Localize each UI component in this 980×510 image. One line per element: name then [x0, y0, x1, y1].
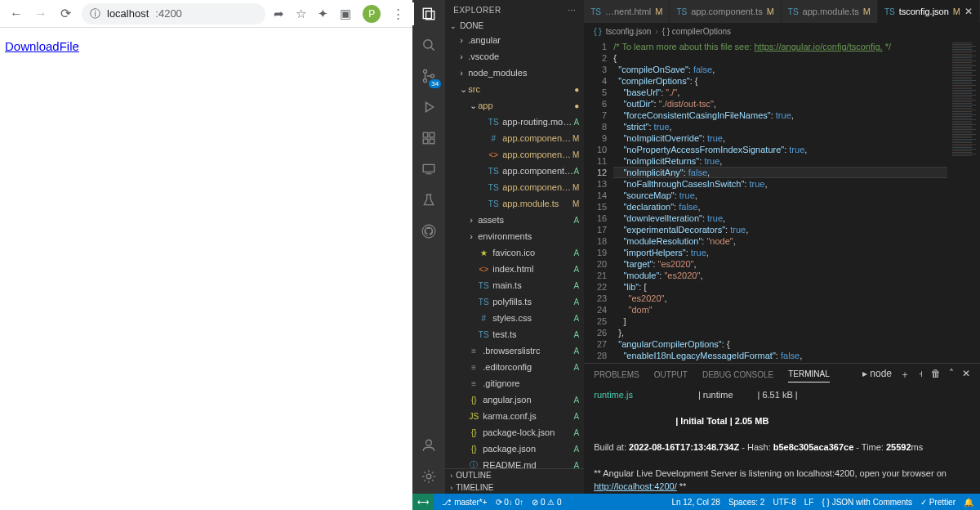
output-tab[interactable]: OUTPUT — [654, 367, 688, 382]
terminal-select-icon[interactable]: ▸ node — [862, 368, 892, 382]
file-item[interactable]: #app.component.cssM — [445, 130, 584, 146]
file-item[interactable]: ≡.editorconfigA — [445, 359, 584, 375]
remote-indicator[interactable]: ⟷ — [412, 494, 434, 510]
prettier-status[interactable]: ✓ Prettier — [920, 498, 956, 507]
search-icon[interactable] — [420, 36, 438, 54]
forward-button[interactable]: → — [33, 6, 49, 22]
file-item[interactable]: TSapp.component.tsM — [445, 179, 584, 195]
page-content: DownloadFile — [0, 28, 412, 65]
folder-item[interactable]: ›environments — [445, 228, 584, 244]
language-mode[interactable]: { } JSON with Comments — [822, 498, 912, 507]
editor-area: TS…nent.htmlMTSapp.component.tsMTSapp.mo… — [584, 0, 980, 494]
new-terminal-icon[interactable]: ＋ — [900, 368, 910, 382]
share-icon[interactable]: ➦ — [274, 7, 284, 21]
indentation[interactable]: Spaces: 2 — [728, 498, 764, 507]
debug-icon[interactable] — [420, 98, 438, 116]
editor-tab[interactable]: TSapp.component.tsM — [670, 0, 781, 23]
file-item[interactable]: <>index.htmlA — [445, 261, 584, 277]
file-item[interactable]: ★favicon.icoA — [445, 244, 584, 261]
file-item[interactable]: TSapp-routing.module.tsA — [445, 114, 584, 130]
problems-status[interactable]: ⊘ 0 ⚠ 0 — [532, 498, 561, 507]
settings-icon[interactable] — [420, 468, 438, 485]
encoding[interactable]: UTF-8 — [773, 498, 795, 507]
site-info-icon[interactable]: ⓘ — [90, 7, 100, 21]
address-bar[interactable]: ⓘ localhost:4200 — [82, 3, 265, 25]
panel-tabs: PROBLEMS OUTPUT DEBUG CONSOLE TERMINAL ▸… — [584, 364, 980, 385]
folder-item[interactable]: ›node_modules — [445, 65, 584, 81]
terminal-output[interactable]: runtime.js| runtime| 6.51 kB | | Initial… — [584, 385, 980, 494]
close-panel-icon[interactable]: ✕ — [962, 368, 970, 382]
file-item[interactable]: {}package.jsonA — [445, 441, 584, 457]
svg-marker-7 — [426, 102, 434, 111]
file-item[interactable]: {}angular.jsonA — [445, 391, 584, 408]
kill-terminal-icon[interactable]: 🗑 — [931, 368, 941, 382]
reload-button[interactable]: ⟳ — [57, 6, 74, 22]
svg-rect-8 — [423, 132, 428, 137]
file-item[interactable]: TSpolyfills.tsA — [445, 293, 584, 310]
github-icon[interactable] — [420, 222, 438, 240]
browser-toolbar: ← → ⟳ ⓘ localhost:4200 ➦ ☆ ✦ ▣ P ⋮ — [0, 0, 412, 28]
status-bar: ⟷ ⎇ master*+ ⟳ 0↓ 0↑ ⊘ 0 ⚠ 0 Ln 12, Col … — [412, 494, 980, 510]
explorer-title-bar: EXPLORER ⋯ — [445, 0, 584, 20]
root-folder[interactable]: ⌄DONE — [445, 20, 584, 32]
file-item[interactable]: TSmain.tsA — [445, 277, 584, 293]
download-file-link[interactable]: DownloadFile — [5, 39, 79, 53]
cursor-position[interactable]: Ln 12, Col 28 — [671, 498, 720, 507]
back-button[interactable]: ← — [8, 6, 24, 22]
file-item[interactable]: TSapp.component.spec.tsA — [445, 163, 584, 179]
activity-bar: 34 — [412, 0, 445, 494]
account-icon[interactable] — [420, 436, 438, 454]
testing-icon[interactable] — [420, 191, 438, 209]
minimap[interactable] — [947, 39, 980, 363]
remote-icon[interactable] — [420, 160, 438, 178]
notifications-icon[interactable]: 🔔 — [964, 498, 973, 507]
profile-avatar[interactable]: P — [363, 5, 381, 23]
file-item[interactable]: TStest.tsA — [445, 326, 584, 342]
file-tree: ›.angular›.vscode›node_modules⌄src●⌄app●… — [445, 32, 584, 468]
svg-rect-12 — [423, 164, 434, 172]
folder-item[interactable]: ›.vscode — [445, 48, 584, 65]
code-editor[interactable]: /* To learn more about this file see: ht… — [613, 39, 947, 363]
extensions-icon[interactable]: ✦ — [318, 7, 328, 21]
folder-item[interactable]: ⌄src● — [445, 81, 584, 97]
bookmark-icon[interactable]: ☆ — [296, 7, 306, 21]
file-item[interactable]: <>app.component.htmlM — [445, 146, 584, 163]
svg-point-2 — [424, 40, 432, 48]
svg-point-5 — [424, 79, 427, 83]
extensions-icon[interactable] — [420, 129, 438, 147]
menu-icon[interactable]: ⋮ — [392, 7, 404, 21]
git-sync[interactable]: ⟳ 0↓ 0↑ — [496, 498, 524, 507]
eol[interactable]: LF — [804, 498, 814, 507]
timeline-section[interactable]: ›TIMELINE — [445, 481, 584, 494]
folder-item[interactable]: ›.angular — [445, 32, 584, 48]
editor-tabs: TS…nent.htmlMTSapp.component.tsMTSapp.mo… — [584, 0, 980, 23]
panel-icon[interactable]: ▣ — [340, 7, 351, 21]
scm-icon[interactable]: 34 — [420, 67, 438, 85]
svg-point-4 — [424, 69, 427, 73]
editor-tab[interactable]: TS…nent.htmlM — [584, 0, 670, 23]
file-item[interactable]: TSapp.module.tsM — [445, 195, 584, 212]
file-item[interactable]: ≡.browserslistrcA — [445, 342, 584, 359]
explorer-menu-icon[interactable]: ⋯ — [568, 6, 577, 15]
outline-section[interactable]: ›OUTLINE — [445, 469, 584, 481]
debug-console-tab[interactable]: DEBUG CONSOLE — [702, 367, 773, 382]
file-item[interactable]: {}package-lock.jsonA — [445, 424, 584, 441]
editor-tab[interactable]: TStsconfig.jsonM✕ — [878, 0, 980, 23]
git-branch[interactable]: ⎇ master*+ — [442, 498, 487, 507]
editor-tab[interactable]: TSapp.module.tsM — [782, 0, 878, 23]
explorer-icon[interactable] — [420, 5, 438, 23]
split-terminal-icon[interactable]: ⫞ — [918, 368, 923, 382]
file-item[interactable]: #styles.cssA — [445, 310, 584, 326]
breadcrumb[interactable]: { } tsconfig.json › { } compilerOptions — [584, 23, 980, 39]
maximize-panel-icon[interactable]: ˄ — [949, 368, 954, 382]
svg-point-16 — [426, 474, 431, 479]
file-item[interactable]: ⓘREADME.mdA — [445, 457, 584, 468]
terminal-tab[interactable]: TERMINAL — [788, 366, 830, 382]
close-tab-icon[interactable]: ✕ — [964, 6, 973, 17]
folder-item[interactable]: ⌄app● — [445, 97, 584, 114]
svg-rect-9 — [430, 132, 434, 137]
folder-item[interactable]: ›assetsA — [445, 212, 584, 228]
file-item[interactable]: JSkarma.conf.jsA — [445, 408, 584, 424]
file-item[interactable]: ≡.gitignore — [445, 375, 584, 391]
problems-tab[interactable]: PROBLEMS — [594, 367, 639, 382]
